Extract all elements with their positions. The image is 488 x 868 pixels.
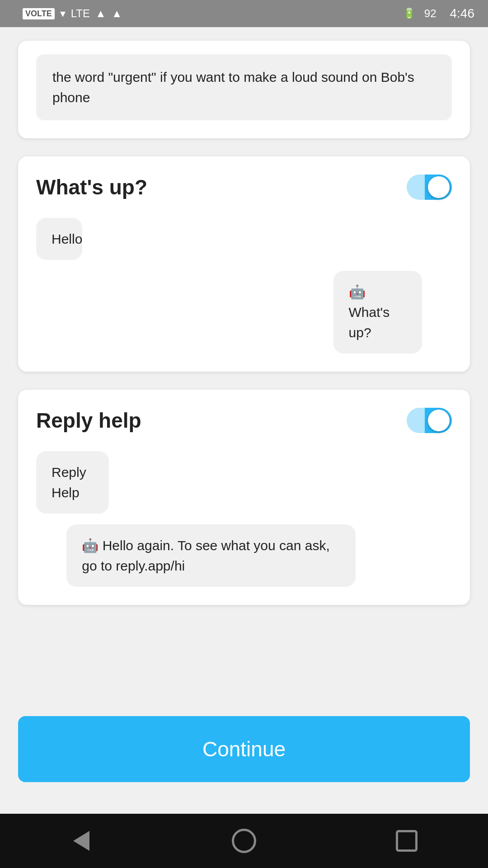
volte-indicator: VOLTE [23, 8, 55, 19]
reply-help-card: Reply help Reply Help 🤖 Hello again. To … [18, 390, 470, 605]
back-icon [73, 831, 89, 851]
back-button[interactable] [66, 825, 97, 857]
bubble-right-helloagain: 🤖 Hello again. To see what you can ask, … [66, 524, 452, 587]
bubble-whatsup-text: 🤖 What's up? [333, 271, 422, 354]
spacer [0, 614, 488, 712]
whats-up-chat: Hello 🤖 What's up? [36, 218, 452, 354]
partial-card: the word "urgent" if you want to make a … [18, 41, 470, 138]
home-icon [232, 829, 256, 853]
battery-percent: 92 [424, 7, 436, 20]
reply-help-chat: Reply Help 🤖 Hello again. To see what yo… [36, 451, 452, 587]
signal-icon-1: ▲ [95, 7, 106, 20]
bubble-replyhelp-text: Reply Help [36, 451, 109, 514]
bubble-left-replyhelp: Reply Help [36, 451, 133, 514]
recents-button[interactable] [391, 825, 422, 857]
status-bar: VOLTE ▾ LTE ▲ ▲ 🔋 92 4:46 [0, 0, 488, 27]
reply-help-header: Reply help [36, 408, 452, 433]
home-button[interactable] [228, 825, 260, 857]
signal-icon-2: ▲ [112, 7, 122, 20]
partial-bubble-text: the word "urgent" if you want to make a … [36, 54, 452, 120]
status-time: 4:46 [450, 6, 475, 21]
reply-help-toggle[interactable] [407, 408, 452, 433]
scroll-area: the word "urgent" if you want to make a … [0, 27, 488, 814]
bubble-right-whatsup: 🤖 What's up? [333, 271, 452, 354]
whats-up-title: What's up? [36, 175, 147, 199]
bubble-left-hello: Hello [36, 218, 98, 260]
continue-button[interactable]: Continue [18, 716, 470, 782]
bubble-hello-text: Hello [36, 218, 82, 260]
reply-help-title: Reply help [36, 408, 141, 433]
battery-icon: 🔋 [403, 8, 415, 19]
recents-icon [396, 830, 418, 852]
whats-up-toggle[interactable] [407, 175, 452, 200]
whats-up-card: What's up? Hello 🤖 What's up? [18, 156, 470, 372]
bubble-helloagain-text: 🤖 Hello again. To see what you can ask, … [66, 524, 356, 587]
lte-label: LTE [71, 7, 90, 20]
bottom-nav [0, 814, 488, 868]
wifi-icon: ▾ [60, 7, 66, 20]
whats-up-header: What's up? [36, 175, 452, 200]
